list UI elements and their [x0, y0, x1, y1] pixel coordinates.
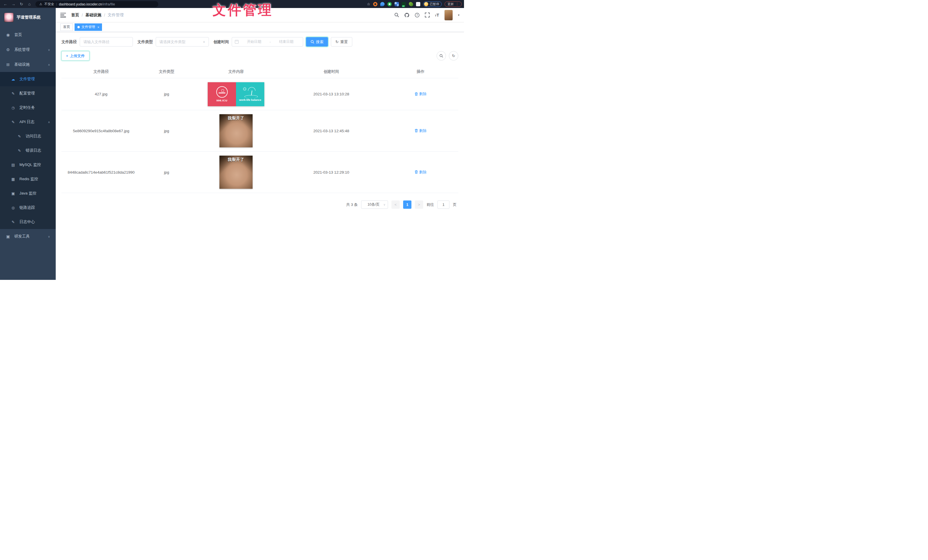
file-path-input[interactable] — [80, 37, 133, 47]
tag-home[interactable]: 首页 — [60, 23, 73, 31]
infra-submenu: ☁ 文件管理 ✎ 配置管理 ◷ 定时任务 ✎ API 日志 ∧ — [0, 72, 56, 229]
sidebar-item-trace[interactable]: ◎ 链路追踪 — [0, 201, 56, 215]
help-icon[interactable]: ? — [415, 12, 420, 18]
sidebar-item-mysql-monitor[interactable]: ▤ MySQL 监控 — [0, 158, 56, 172]
goto-prefix: 前往 — [427, 202, 434, 207]
sidebar-item-redis-monitor[interactable]: ▦ Redis 监控 — [0, 172, 56, 186]
url-separator: | — [56, 2, 57, 6]
browser-toolbar: ← → ↻ ⌂ ⚠ 不安全 | dashboard.yudao.iocoder.… — [0, 0, 464, 8]
search-icon[interactable] — [394, 12, 399, 17]
address-bar[interactable]: ⚠ 不安全 | dashboard.yudao.iocoder.cn/infra… — [35, 1, 158, 7]
sidebar-logo[interactable]: 芋道管理系统 — [0, 8, 56, 27]
fullscreen-icon[interactable] — [425, 12, 430, 17]
sidebar-item-label: MySQL 监控 — [20, 162, 52, 167]
edit-icon: ✎ — [11, 91, 15, 96]
total-count: 共 3 条 — [346, 202, 358, 207]
infra-icon: ⊞ — [6, 62, 10, 67]
page-size-select[interactable]: 10条/页 ∨ — [361, 201, 388, 209]
search-button[interactable]: 搜索 — [306, 37, 328, 47]
cloud-icon: ☁ — [11, 77, 15, 81]
github-icon[interactable] — [404, 12, 409, 18]
caret-down-icon[interactable]: ▾ — [458, 14, 459, 17]
ext-puzzle-icon[interactable] — [416, 2, 420, 6]
upload-button-label: 上传文件 — [70, 53, 85, 59]
sidebar-item-system[interactable]: ⚙ 系统管理 ∨ — [0, 42, 56, 57]
logo-image — [4, 12, 14, 22]
close-icon[interactable]: × — [98, 26, 99, 29]
update-label: 更新 — [447, 2, 454, 6]
font-size-icon[interactable]: TT — [435, 12, 439, 18]
prev-page-button[interactable]: < — [391, 201, 400, 209]
search-button-label: 搜索 — [316, 40, 324, 44]
file-path-label: 文件路径 — [61, 40, 77, 44]
url-host: dashboard.yudao.iocoder.cn — [59, 2, 102, 6]
sidebar-item-home[interactable]: ◉ 首页 — [0, 27, 56, 42]
file-preview-image[interactable]: 我裂开了 — [220, 114, 253, 148]
upload-file-button[interactable]: + 上传文件 — [61, 51, 89, 61]
hamburger-icon[interactable] — [60, 13, 66, 17]
bookmark-star-icon[interactable]: ☆ — [367, 2, 370, 6]
table-row: 427.jpg jpg 996.ICU — [61, 78, 458, 110]
ext-green-circle-icon[interactable] — [388, 2, 392, 6]
goto-page-input[interactable] — [437, 201, 449, 209]
ext-switch-icon[interactable]: on — [402, 2, 406, 6]
date-range-picker[interactable]: 开始日期 - 结束日期 — [232, 37, 303, 47]
ext-grid-icon[interactable] — [395, 2, 399, 6]
ext-leaf-icon[interactable] — [409, 2, 413, 6]
tag-file-manage[interactable]: 文件管理 × — [75, 23, 102, 31]
sidebar-item-log-center[interactable]: ✎ 日志中心 — [0, 215, 56, 229]
profile-paused-badge[interactable]: 已暂停 — [423, 2, 442, 7]
home-icon[interactable]: ⌂ — [26, 2, 32, 6]
sidebar-item-label: 研发工具 — [14, 234, 44, 239]
sidebar-item-label: 日志中心 — [20, 219, 52, 224]
url-path: /infra/file — [102, 2, 115, 6]
reload-icon[interactable]: ↻ — [18, 2, 24, 6]
sidebar-item-file-manage[interactable]: ☁ 文件管理 — [0, 72, 56, 86]
refresh-table-button[interactable]: ↻ — [449, 51, 458, 61]
active-dot — [78, 26, 80, 28]
next-page-button[interactable]: > — [415, 201, 423, 209]
back-icon[interactable]: ← — [2, 2, 9, 6]
sidebar-item-error-log[interactable]: ✎ 错误日志 — [0, 143, 56, 158]
sidebar-item-dev-tools[interactable]: ▣ 研发工具 ∨ — [0, 229, 56, 244]
sidebar-item-cron-job[interactable]: ◷ 定时任务 — [0, 100, 56, 115]
page-size-value: 10条/页 — [364, 202, 383, 207]
ext-location-icon[interactable] — [380, 2, 385, 6]
breadcrumb-infra[interactable]: 基础设施 — [85, 12, 101, 18]
sidebar-item-label: 首页 — [14, 32, 52, 37]
sidebar-item-label: 链路追踪 — [20, 205, 52, 210]
gear-icon: ⚙ — [6, 47, 10, 52]
delete-button[interactable]: 删除 — [415, 91, 427, 96]
sidebar-item-api-log[interactable]: ✎ API 日志 ∧ — [0, 115, 56, 129]
chevron-up-icon: ∧ — [48, 63, 52, 66]
sidebar-item-java-monitor[interactable]: ▣ Java 监控 — [0, 186, 56, 201]
log-icon: ✎ — [11, 120, 15, 124]
start-date-placeholder[interactable]: 开始日期 — [240, 40, 268, 44]
browser-menu-icon[interactable]: ⋮ — [455, 2, 459, 6]
forward-icon[interactable]: → — [10, 2, 17, 6]
table-header: 文件路径 文件类型 文件内容 创建时间 操作 — [61, 65, 458, 78]
cell-file-type: jpg — [141, 129, 192, 133]
delete-button[interactable]: 删除 — [415, 170, 427, 175]
sidebar-item-label: 基础设施 — [14, 62, 44, 67]
sidebar-item-config-manage[interactable]: ✎ 配置管理 — [0, 86, 56, 100]
user-avatar[interactable] — [444, 10, 453, 21]
reset-button[interactable]: ↻ 重置 — [331, 37, 352, 47]
clock-icon: ◷ — [11, 106, 15, 110]
toolbox-icon: ▣ — [6, 234, 10, 239]
sidebar-item-label: API 日志 — [20, 119, 44, 125]
toggle-search-button[interactable] — [437, 51, 446, 61]
end-date-placeholder[interactable]: 结束日期 — [273, 40, 300, 44]
file-type-select[interactable]: 请选择文件类型 ∨ — [156, 37, 209, 47]
breadcrumb-home[interactable]: 首页 — [71, 12, 79, 18]
sidebar-item-infra[interactable]: ⊞ 基础设施 ∧ — [0, 57, 56, 72]
ext-orange-icon[interactable] — [373, 2, 377, 6]
file-preview-image[interactable]: 我裂开了 — [220, 156, 253, 189]
delete-button[interactable]: 删除 — [415, 128, 427, 133]
update-button[interactable]: 更新 ⋮ — [444, 2, 462, 7]
paused-label: 已暂停 — [430, 2, 439, 6]
eye-icon: ◎ — [11, 205, 15, 210]
file-preview-image[interactable]: 996.ICU work-life balance — [208, 82, 264, 106]
sidebar-item-access-log[interactable]: ✎ 访问日志 — [0, 129, 56, 143]
current-page-button[interactable]: 1 — [403, 201, 411, 209]
